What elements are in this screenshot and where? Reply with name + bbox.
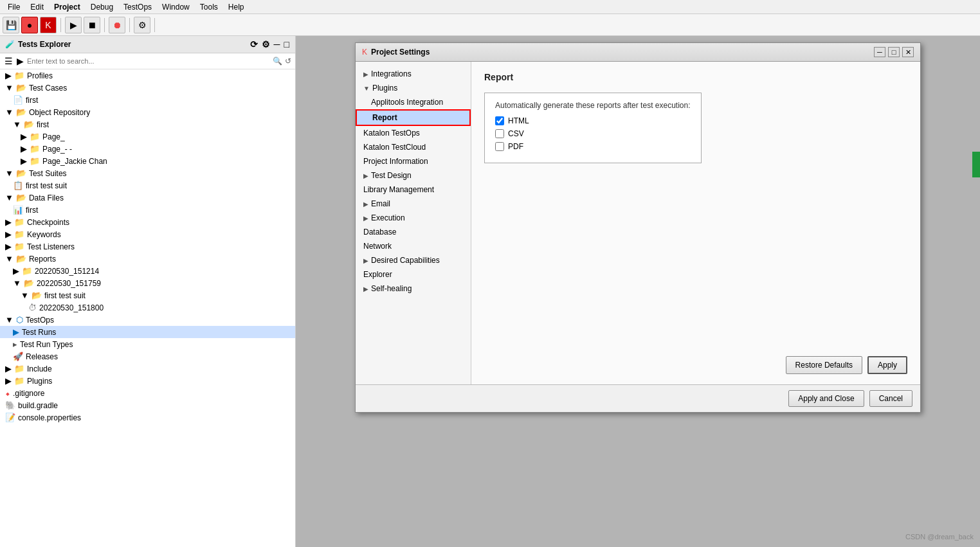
tree-first-suit[interactable]: 📋 first test suit: [0, 179, 295, 192]
report-settings-box: Automatically generate these reports aft…: [484, 93, 702, 163]
search-icon[interactable]: 🔍: [273, 57, 282, 66]
sidebar-katalon-testcloud[interactable]: Katalon TestCloud: [356, 140, 471, 154]
menu-debug[interactable]: Debug: [86, 1, 118, 13]
sidebar-library-mgmt[interactable]: Library Management: [356, 183, 471, 197]
sidebar-project-info[interactable]: Project Information: [356, 154, 471, 168]
apply-close-btn[interactable]: Apply and Close: [788, 390, 864, 407]
tree-test-suites[interactable]: ▼ 📂 Test Suites: [0, 167, 295, 179]
tree-plugins[interactable]: ▶ 📁 Plugins: [0, 375, 295, 387]
tree-first-case[interactable]: 📄 first: [0, 94, 295, 106]
close-btn[interactable]: ✕: [902, 47, 914, 57]
sidebar-label: Report: [372, 113, 397, 122]
collapse-icon: ▶: [5, 229, 12, 239]
sidebar-email[interactable]: ▶ Email: [356, 197, 471, 211]
expand-icon[interactable]: ▶: [16, 55, 24, 67]
maximize-icon[interactable]: □: [284, 39, 290, 50]
node-label: Data Files: [29, 193, 64, 202]
menu-file[interactable]: File: [3, 1, 25, 13]
sidebar-self-healing[interactable]: ▶ Self-healing: [356, 282, 471, 296]
tree-profiles[interactable]: ▶ 📁 Profiles: [0, 69, 295, 82]
minimize-btn[interactable]: ─: [874, 47, 885, 57]
sidebar-execution[interactable]: ▶ Execution: [356, 211, 471, 225]
tree-report-time[interactable]: ⏱ 20220530_151800: [0, 301, 295, 314]
tree-keywords[interactable]: ▶ 📁 Keywords: [0, 228, 295, 240]
tree-data-first[interactable]: 📊 first: [0, 204, 295, 216]
file-icon: 📝: [5, 413, 15, 422]
menu-help[interactable]: Help: [223, 1, 250, 13]
sidebar-applitools[interactable]: Applitools Integration: [356, 95, 471, 109]
tree-report-suit[interactable]: ▼ 📂 first test suit: [0, 289, 295, 301]
katalon-btn[interactable]: K: [40, 17, 57, 33]
tree-test-cases[interactable]: ▼ 📂 Test Cases: [0, 82, 295, 94]
settings-btn[interactable]: ⚙: [134, 17, 150, 33]
testops-icon: ⬡: [16, 315, 23, 325]
record-btn[interactable]: ⏺: [109, 17, 125, 33]
tree-test-runs[interactable]: ▶ Test Runs: [0, 326, 295, 338]
node-label: Keywords: [27, 230, 61, 239]
sidebar-plugins[interactable]: ▼ Plugins: [356, 81, 471, 95]
sidebar-label: Desired Capabilities: [371, 256, 440, 265]
tree-testops[interactable]: ▼ ⬡ TestOps: [0, 314, 295, 326]
collapse-icon: ▶: [5, 242, 12, 251]
filter-icon[interactable]: ☰: [4, 55, 14, 67]
new-btn[interactable]: ●: [21, 17, 38, 33]
sidebar-desired-caps[interactable]: ▶ Desired Capabilities: [356, 253, 471, 267]
menu-tools[interactable]: Tools: [195, 1, 223, 13]
tree-page-jackie[interactable]: ▶ 📁 Page_Jackie Chan: [0, 155, 295, 167]
tree-page-dash[interactable]: ▶ 📁 Page_- -: [0, 143, 295, 155]
sidebar-network[interactable]: Network: [356, 239, 471, 253]
tree-report-1[interactable]: ▶ 📁 20220530_151214: [0, 265, 295, 277]
pdf-checkbox[interactable]: [495, 142, 504, 151]
folder-icon: 📁: [30, 156, 40, 166]
restore-defaults-btn[interactable]: Restore Defaults: [786, 356, 862, 374]
sidebar-katalon-testops[interactable]: Katalon TestOps: [356, 126, 471, 140]
panel-header: 🧪 Tests Explorer ⟳ ⚙ ─ □: [0, 36, 295, 53]
node-label: Test Suites: [29, 169, 67, 178]
tree-report-2[interactable]: ▼ 📂 20220530_151759: [0, 277, 295, 289]
tree-console-props[interactable]: 📝 console.properties: [0, 411, 295, 424]
tree-obj-repo[interactable]: ▼ 📂 Object Repository: [0, 106, 295, 118]
save-btn[interactable]: 💾: [3, 17, 19, 33]
sync-icon[interactable]: ⟳: [250, 39, 259, 50]
html-checkbox[interactable]: [495, 116, 504, 125]
sidebar-report[interactable]: Report: [356, 109, 471, 126]
sidebar-integrations[interactable]: ▶ Integrations: [356, 67, 471, 81]
refresh-icon[interactable]: ↺: [285, 57, 291, 66]
sidebar-test-design[interactable]: ▶ Test Design: [356, 168, 471, 183]
node-label: 20220530_151214: [35, 267, 99, 276]
folder-icon: 📂: [16, 83, 26, 93]
maximize-btn[interactable]: □: [888, 47, 900, 57]
tree-gradle[interactable]: 🐘 build.gradle: [0, 399, 295, 411]
folder-icon: 📁: [30, 144, 40, 154]
tree-releases[interactable]: 🚀 Releases: [0, 350, 295, 363]
html-checkbox-row: HTML: [495, 116, 691, 125]
run-btn[interactable]: ▶: [65, 17, 82, 33]
tree-run-types[interactable]: ▸ Test Run Types: [0, 338, 295, 350]
node-label: Plugins: [27, 377, 52, 386]
menu-window[interactable]: Window: [157, 1, 195, 13]
csv-checkbox[interactable]: [495, 129, 504, 138]
sidebar-explorer[interactable]: Explorer: [356, 267, 471, 282]
folder-icon: 📂: [16, 254, 26, 264]
apply-btn[interactable]: Apply: [867, 356, 907, 374]
settings-icon[interactable]: ⚙: [261, 39, 271, 50]
stop-btn[interactable]: ⏹: [84, 17, 100, 33]
tree-page[interactable]: ▶ 📁 Page_: [0, 130, 295, 143]
minimize-icon[interactable]: ─: [273, 39, 281, 50]
data-icon: 📊: [13, 205, 23, 215]
tree-include[interactable]: ▶ 📁 Include: [0, 363, 295, 375]
tree-first-repo[interactable]: ▼ 📂 first: [0, 118, 295, 130]
dialog-title: Project Settings: [371, 48, 430, 57]
tree-test-listeners[interactable]: ▶ 📁 Test Listeners: [0, 240, 295, 253]
sidebar-database[interactable]: Database: [356, 225, 471, 239]
tree-checkpoints[interactable]: ▶ 📁 Checkpoints: [0, 216, 295, 228]
tree-reports[interactable]: ▼ 📂 Reports: [0, 253, 295, 265]
cancel-btn[interactable]: Cancel: [869, 390, 912, 407]
menu-edit[interactable]: Edit: [25, 1, 49, 13]
main-layout: 🧪 Tests Explorer ⟳ ⚙ ─ □ ☰ ▶ 🔍 ↺ ▶ 📁 Pro…: [0, 36, 980, 547]
menu-project[interactable]: Project: [49, 1, 86, 13]
search-input[interactable]: [27, 57, 270, 65]
menu-testops[interactable]: TestOps: [118, 1, 157, 13]
tree-data-files[interactable]: ▼ 📂 Data Files: [0, 192, 295, 204]
tree-gitignore[interactable]: ⬥ .gitignore: [0, 387, 295, 399]
